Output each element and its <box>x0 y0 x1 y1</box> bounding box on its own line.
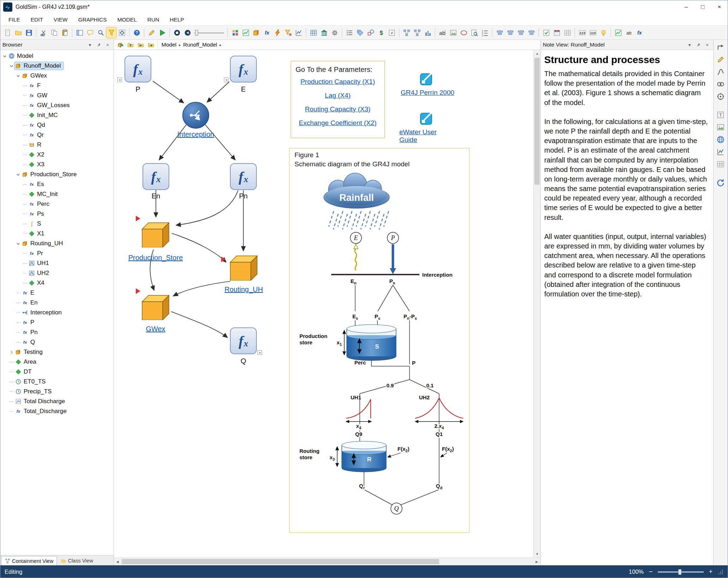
model-canvas[interactable]: fx P fx E Interception fx En fx <box>114 50 533 558</box>
zoom-in-button[interactable]: + <box>707 568 714 576</box>
menu-run[interactable]: RUN <box>142 14 165 25</box>
insert-date-button[interactable] <box>552 27 562 38</box>
node-production-store[interactable] <box>139 220 172 249</box>
node-gwex[interactable] <box>139 293 172 321</box>
save-file-button[interactable] <box>24 27 34 38</box>
output-port[interactable] <box>117 78 122 82</box>
insert-tag-button[interactable] <box>355 27 365 38</box>
tool-grid-button[interactable] <box>715 159 726 170</box>
panel-close-button[interactable]: × <box>703 41 711 49</box>
hyperlink-ewater-guide[interactable]: eWater User Guide <box>399 109 456 144</box>
tree-item-ET0_TS[interactable]: ET0_TS <box>0 377 114 387</box>
tree-item-Pn[interactable]: fxPn <box>0 327 114 337</box>
pin-button[interactable] <box>95 41 103 49</box>
tree-item-X3[interactable]: X3 <box>0 160 114 170</box>
result-chart-button[interactable] <box>423 27 433 38</box>
tree-item-En[interactable]: fxEn <box>0 298 114 308</box>
tool-target-button[interactable] <box>715 91 726 102</box>
node-en[interactable]: fx <box>142 163 169 190</box>
paste-button[interactable] <box>60 27 70 38</box>
insert-extractor-button[interactable] <box>283 27 293 38</box>
go-up-level-button[interactable] <box>126 41 135 49</box>
node-routing-uh[interactable] <box>228 253 260 282</box>
run-progress-slider[interactable] <box>193 27 225 38</box>
tab-class-view[interactable]: Class View <box>57 556 96 565</box>
hyperlink-label[interactable]: GR4J Perrin 2000 <box>401 89 454 97</box>
nav-back-button[interactable] <box>136 41 145 49</box>
close-button[interactable]: × <box>711 0 728 14</box>
help-button[interactable]: ? <box>132 27 142 38</box>
tool-image-button[interactable] <box>715 122 726 133</box>
open-file-button[interactable] <box>13 27 23 38</box>
canvas-vertical-scrollbar[interactable]: ▲ ▼ <box>533 50 540 558</box>
node-routing-uh-label[interactable]: Routing_UH <box>216 285 272 294</box>
expander-open-icon[interactable] <box>15 172 21 177</box>
tree-item-Interception[interactable]: Interception <box>0 308 114 318</box>
tree-item-Total_Discharge[interactable]: fxTotal_Discharge <box>0 406 114 416</box>
node-pn[interactable]: fx <box>230 163 257 190</box>
tree-item-Total_Discharge[interactable]: Total Discharge <box>0 396 114 406</box>
panel-dropdown-button[interactable]: ▾ <box>686 41 693 49</box>
insert-grid-button[interactable] <box>562 27 572 38</box>
output-port[interactable] <box>224 78 229 82</box>
pause-run-button[interactable] <box>172 27 182 38</box>
insert-label-button[interactable]: ab <box>624 27 634 38</box>
nav-forward-button[interactable] <box>146 41 156 49</box>
insert-list-button[interactable] <box>344 27 354 38</box>
insert-outline-button[interactable]: 123 <box>480 27 490 38</box>
insert-fx-button[interactable]: fx <box>634 27 644 38</box>
insert-time-series-button[interactable] <box>241 27 251 38</box>
tool-report-button[interactable] <box>715 147 726 157</box>
insert-dashboard-button[interactable] <box>230 27 240 38</box>
scroll-left-button[interactable]: ◀ <box>114 560 121 564</box>
tool-globe-button[interactable] <box>715 134 726 145</box>
tree-item-GW[interactable]: fxGW <box>0 91 114 100</box>
output-port[interactable] <box>257 350 262 355</box>
tree-item-X1[interactable]: X1 <box>0 229 114 239</box>
tree-item-Pr[interactable]: fxPr <box>0 248 114 258</box>
scrollbar-thumb[interactable] <box>122 559 439 564</box>
insert-result-button[interactable] <box>293 27 304 38</box>
panel-dropdown-button[interactable]: ▾ <box>86 41 94 49</box>
view-options-button[interactable] <box>117 27 127 38</box>
zoom-slider[interactable] <box>658 571 704 573</box>
tree-item-Routing_UH[interactable]: Routing_UH <box>0 239 114 248</box>
menu-view[interactable]: VIEW <box>48 14 73 25</box>
tree-item-S[interactable]: ∫S <box>0 219 114 229</box>
tree-item-Precip_TS[interactable]: Precip_TS <box>0 387 114 396</box>
tool-frame-button[interactable]: T <box>715 110 726 120</box>
tree-item-X2[interactable]: X2 <box>0 150 114 160</box>
tree-item-R[interactable]: R <box>0 140 114 150</box>
scroll-down-button[interactable]: ▼ <box>534 551 541 558</box>
run-model-button[interactable] <box>157 27 167 38</box>
copy-button[interactable] <box>49 27 59 38</box>
insert-text-button[interactable]: ab <box>437 27 448 38</box>
align-right-button[interactable] <box>516 27 526 38</box>
minimize-button[interactable]: – <box>678 0 694 14</box>
tree-item-Testing[interactable]: Testing <box>0 347 114 357</box>
tool-draw-button[interactable] <box>715 54 726 65</box>
node-gwex-label[interactable]: GWex <box>127 325 184 333</box>
tree-item-Es[interactable]: fxEs <box>0 179 114 189</box>
insert-expression-button[interactable]: fx <box>262 27 272 38</box>
menu-edit[interactable]: EDIT <box>25 14 48 25</box>
node-q[interactable]: fx <box>230 327 257 354</box>
arrange-links-button[interactable] <box>412 27 422 38</box>
arrange-network-button[interactable] <box>401 27 412 38</box>
breadcrumb-item-runoff_model[interactable]: Runoff_Model <box>183 42 217 48</box>
node-e[interactable]: fx <box>230 56 257 82</box>
hyperlink-label[interactable]: eWater User Guide <box>399 128 456 144</box>
insert-shape-button[interactable] <box>459 27 469 38</box>
goto-link-exchange-coefficient-x2-[interactable]: Exchange Coefficient (X2) <box>299 119 376 127</box>
go-to-container-button[interactable] <box>115 41 125 49</box>
expander-open-icon[interactable] <box>15 73 21 79</box>
node-interception[interactable] <box>182 102 209 129</box>
expander-open-icon[interactable] <box>8 63 14 69</box>
canvas-horizontal-scrollbar[interactable]: ◀ ▶ <box>114 558 540 565</box>
menu-model[interactable]: MODEL <box>112 14 142 25</box>
goto-link-routing-capacity-x3-[interactable]: Routing Capacity (X3) <box>305 105 371 113</box>
align-left-button[interactable] <box>495 27 505 38</box>
new-file-button[interactable] <box>2 27 13 38</box>
tree-item-UH1[interactable]: UH1 <box>0 258 114 268</box>
tree-item-P[interactable]: fxP <box>0 318 114 327</box>
